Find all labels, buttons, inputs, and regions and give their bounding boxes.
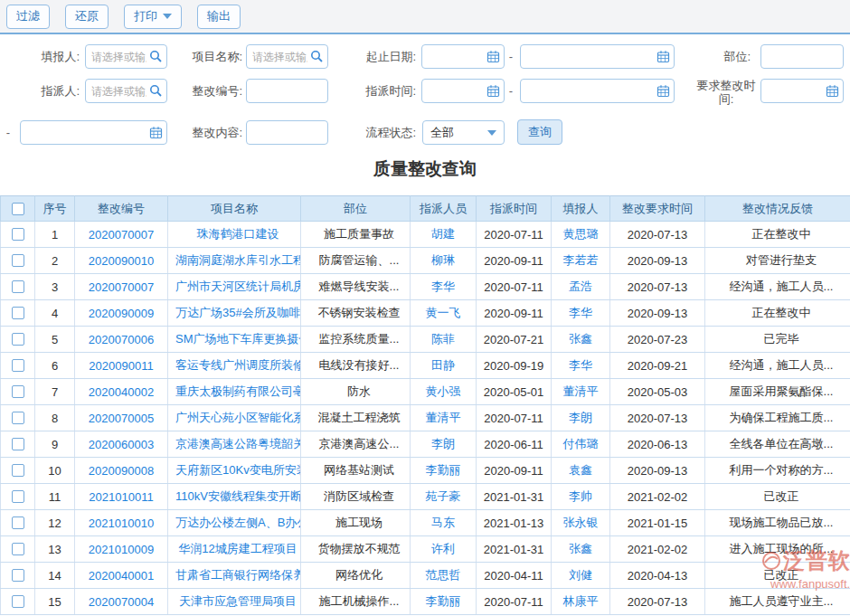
calendar-icon[interactable]	[486, 50, 500, 63]
rectification-code-link[interactable]: 2020090009	[89, 307, 154, 320]
rectification-code-link[interactable]: 2020090011	[89, 359, 153, 373]
required-time-start-field	[760, 79, 844, 103]
row-checkbox[interactable]	[12, 464, 24, 477]
row-checkbox[interactable]	[12, 254, 24, 267]
rectification-code-link[interactable]: 2020070005	[89, 412, 154, 425]
project-name-link[interactable]: 华润12城房建工程项目	[178, 542, 297, 555]
row-number-cell: 2	[35, 248, 75, 274]
project-name-cell: 京港澳高速公路粤境韶关至	[168, 431, 301, 458]
row-checkbox[interactable]	[12, 359, 24, 372]
chevron-down-icon	[163, 14, 172, 19]
assignee-cell: 李华	[411, 274, 477, 300]
project-name-link[interactable]: 天府新区10Kv变电所安装	[175, 463, 301, 477]
rectification-code-link[interactable]: 2021010010	[89, 516, 154, 530]
project-name-link[interactable]: 客运专线广州调度所装修工	[175, 358, 301, 372]
required-time-separator: -	[2, 120, 14, 145]
row-checkbox[interactable]	[12, 412, 24, 424]
part-cell: 难燃导线安装...	[301, 274, 411, 300]
required-time-end-input[interactable]	[20, 120, 167, 145]
restore-button[interactable]: 还原	[65, 5, 109, 29]
assign-date-cell: 2020-04-11	[477, 563, 552, 589]
project-name-link[interactable]: 广州市天河区统计局机房改	[175, 280, 301, 293]
row-number-cell: 15	[35, 589, 75, 615]
row-checkbox-cell	[1, 248, 35, 274]
row-checkbox[interactable]	[12, 490, 24, 503]
assigner-label: 指派人:	[0, 79, 80, 103]
rectification-code-link[interactable]: 2020060003	[89, 438, 154, 451]
row-checkbox-cell	[1, 274, 35, 300]
row-checkbox[interactable]	[12, 516, 24, 529]
project-name-link[interactable]: 甘肃省工商银行网络保养项	[175, 568, 301, 582]
export-button-label: 输出	[207, 8, 231, 24]
row-checkbox[interactable]	[12, 228, 24, 241]
required-date-cell: 2020-04-13	[610, 563, 705, 589]
project-name-link[interactable]: 珠海鹤港口建设	[197, 227, 279, 241]
rectification-code-link[interactable]: 2020090010	[89, 254, 154, 268]
row-checkbox-cell	[1, 563, 35, 589]
project-name-cell: 华润12城房建工程项目	[168, 536, 301, 563]
row-checkbox[interactable]	[12, 280, 24, 293]
row-checkbox[interactable]	[12, 385, 24, 398]
table-row: 10 2020090008 天府新区10Kv变电所安装 网络基站测试 李勤丽 2…	[1, 458, 850, 484]
project-name-link[interactable]: 万达广场35#会所及咖啡厅	[175, 306, 301, 319]
part-field	[760, 44, 844, 69]
assign-time-end-input[interactable]	[520, 79, 675, 103]
search-icon[interactable]	[310, 50, 324, 63]
project-name-link[interactable]: 广州天心苑小区智能化系统	[175, 411, 301, 424]
assignee-cell: 李朗	[411, 431, 477, 458]
header-rectification-code: 整改编号	[75, 196, 168, 222]
project-name-link[interactable]: SM广场地下车库更换摄像	[175, 332, 301, 346]
row-checkbox[interactable]	[12, 543, 24, 555]
print-button-label: 打印	[134, 8, 157, 24]
rectification-code-link[interactable]: 2021010009	[89, 543, 154, 556]
filler-cell: 袁鑫	[552, 458, 610, 484]
row-checkbox[interactable]	[12, 307, 24, 319]
project-name-cell: 广州市天河区统计局机房改	[168, 274, 301, 300]
row-checkbox[interactable]	[12, 333, 24, 346]
select-all-checkbox[interactable]	[12, 203, 24, 215]
required-date-cell: 2020-07-13	[610, 405, 705, 431]
project-name-link[interactable]: 110kV安徽线程集变开断线	[175, 489, 301, 503]
calendar-icon[interactable]	[656, 84, 670, 98]
row-checkbox[interactable]	[12, 438, 24, 450]
part-cell: 监控系统质量...	[301, 327, 411, 353]
feedback-cell: 对管进行垫支	[705, 248, 850, 274]
project-name-link[interactable]: 万达办公楼左侧A、B办公	[175, 516, 301, 529]
rectification-code-link[interactable]: 2020090008	[89, 464, 154, 478]
rectification-code-link[interactable]: 2020040002	[89, 385, 154, 399]
content-input[interactable]	[246, 120, 328, 145]
table-row: 15 2020070004 天津市应急管理局项目 施工机械操作... 李勤丽 2…	[1, 589, 850, 615]
project-name-link[interactable]: 京港澳高速公路粤境韶关至	[175, 437, 301, 450]
rectification-code-cell: 2020090010	[75, 248, 168, 274]
rectification-no-input[interactable]	[246, 79, 328, 103]
rectification-no-label: 整改编号:	[154, 79, 242, 103]
row-checkbox-cell	[1, 484, 35, 510]
table-header-row: 序号 整改编号 项目名称 部位 指派人员 指派时间 填报人 整改要求时间 整改情…	[1, 196, 850, 222]
part-input[interactable]	[760, 44, 844, 69]
rectification-code-link[interactable]: 2020070004	[89, 595, 154, 609]
project-name-link[interactable]: 重庆太极制药有限公司亳州	[175, 384, 301, 398]
export-button[interactable]: 输出	[197, 5, 241, 29]
rectification-code-link[interactable]: 2020040001	[89, 569, 154, 583]
header-project-name: 项目名称	[168, 196, 301, 222]
calendar-icon[interactable]	[656, 50, 670, 63]
end-date-input[interactable]	[520, 44, 675, 69]
project-name-link[interactable]: 天津市应急管理局项目	[179, 594, 297, 608]
project-name-cell: SM广场地下车库更换摄像	[168, 327, 301, 353]
rectification-code-cell: 2021010011	[75, 484, 168, 510]
calendar-icon[interactable]	[486, 84, 500, 98]
row-checkbox[interactable]	[12, 595, 24, 608]
rectification-code-link[interactable]: 2020070007	[89, 228, 154, 242]
row-number-cell: 9	[35, 431, 75, 458]
calendar-icon[interactable]	[826, 84, 839, 98]
rectification-code-link[interactable]: 2020070006	[89, 333, 154, 346]
query-button[interactable]: 查询	[517, 119, 562, 145]
assign-date-cell: 2020-05-01	[477, 379, 552, 405]
print-button[interactable]: 打印	[124, 5, 182, 29]
row-checkbox[interactable]	[12, 569, 24, 582]
filter-button[interactable]: 过滤	[6, 5, 50, 29]
status-select[interactable]: 全部	[422, 120, 505, 145]
project-name-link[interactable]: 湖南洞庭湖水库引水工程施	[175, 253, 301, 267]
rectification-code-link[interactable]: 2021010011	[89, 490, 153, 504]
rectification-code-link[interactable]: 2020070007	[89, 280, 154, 294]
